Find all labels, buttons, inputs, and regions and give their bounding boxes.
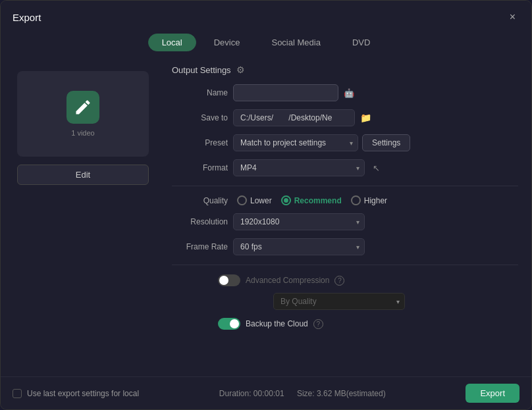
advanced-row: Advanced Compression ? — [172, 274, 518, 286]
settings-button[interactable]: Settings — [362, 134, 410, 151]
framerate-select[interactable]: 60 fps 30 fps 24 fps 25 fps — [233, 238, 365, 255]
close-button[interactable]: × — [506, 10, 519, 24]
quality-row: Quality Lower Recommend Higher — [172, 195, 518, 205]
framerate-label: Frame Rate — [172, 242, 228, 251]
preset-input-row: Match to project settings Settings — [233, 134, 410, 151]
last-settings-checkbox[interactable] — [13, 389, 22, 398]
export-button[interactable]: Export — [466, 384, 519, 403]
tab-local[interactable]: Local — [148, 34, 196, 51]
tab-device[interactable]: Device — [200, 34, 254, 51]
export-dialog: Export × Local Device Social Media DVD 1… — [0, 0, 532, 410]
preset-label: Preset — [172, 138, 228, 147]
resolution-label: Resolution — [172, 217, 228, 226]
quality-recommend-radio[interactable] — [281, 195, 291, 205]
folder-browse-button[interactable]: 📁 — [359, 111, 373, 124]
format-select-wrapper: MP4 MOV AVI MKV WMV — [233, 159, 365, 176]
duration-label: Duration: 00:00:01 — [219, 389, 284, 398]
byquality-row: By Quality By Bitrate — [172, 293, 518, 310]
divider-2 — [172, 265, 518, 265]
quality-recommend-option[interactable]: Recommend — [281, 195, 342, 205]
name-row: Name 🤖 — [172, 84, 518, 101]
preview-box: 1 video — [17, 71, 149, 157]
quality-lower-radio[interactable] — [237, 195, 247, 205]
ai-icon[interactable]: 🤖 — [344, 88, 354, 98]
left-panel: 1 video Edit — [1, 58, 165, 376]
quality-higher-option[interactable]: Higher — [351, 195, 387, 205]
quality-lower-label: Lower — [250, 196, 272, 205]
footer-checkbox-label: Use last export settings for local — [27, 389, 139, 398]
title-bar: Export × — [1, 1, 531, 31]
section-title: Output Settings ⚙ — [172, 64, 518, 75]
framerate-select-wrapper: 60 fps 30 fps 24 fps 25 fps — [233, 238, 365, 255]
advanced-help-icon[interactable]: ? — [334, 276, 344, 286]
name-input[interactable] — [233, 84, 338, 101]
cursor-indicator: ↖ — [373, 163, 380, 173]
byquality-select[interactable]: By Quality By Bitrate — [273, 293, 405, 310]
preview-icon — [66, 91, 99, 124]
quality-higher-label: Higher — [364, 196, 387, 205]
divider-1 — [172, 186, 518, 186]
backup-row: Backup the Cloud ? — [172, 318, 518, 330]
byquality-select-wrapper: By Quality By Bitrate — [273, 293, 405, 310]
format-select[interactable]: MP4 MOV AVI MKV WMV — [233, 159, 365, 176]
right-panel: Output Settings ⚙ Name 🤖 Save to 📁 — [165, 58, 531, 376]
saveto-input[interactable] — [233, 109, 355, 126]
name-input-row: 🤖 — [233, 84, 354, 101]
tab-social[interactable]: Social Media — [257, 34, 334, 51]
quality-lower-option[interactable]: Lower — [237, 195, 272, 205]
resolution-row: Resolution 1920x1080 1280x720 3840x2160 … — [172, 213, 518, 230]
quality-higher-radio[interactable] — [351, 195, 361, 205]
dialog-title: Export — [13, 12, 41, 23]
name-label: Name — [172, 88, 228, 97]
footer: Use last export settings for local Durat… — [1, 376, 531, 409]
advanced-label: Advanced Compression — [246, 276, 329, 285]
backup-toggle[interactable] — [218, 318, 240, 330]
preset-row: Preset Match to project settings Setting… — [172, 134, 518, 151]
section-title-text: Output Settings — [172, 65, 231, 75]
footer-info: Duration: 00:00:01 Size: 3.62 MB(estimat… — [219, 389, 386, 398]
preview-label: 1 video — [71, 129, 94, 137]
footer-left: Use last export settings for local — [13, 389, 139, 398]
tabs-bar: Local Device Social Media DVD — [1, 31, 531, 58]
saveto-label: Save to — [172, 113, 228, 122]
edit-button[interactable]: Edit — [17, 165, 149, 185]
quality-recommend-label: Recommend — [294, 196, 342, 205]
format-label: Format — [172, 163, 228, 172]
advanced-toggle[interactable] — [218, 274, 240, 286]
backup-label: Backup the Cloud — [246, 319, 308, 328]
quality-label: Quality — [172, 196, 228, 205]
backup-help-icon[interactable]: ? — [313, 319, 323, 329]
size-label: Size: 3.62 MB(estimated) — [297, 389, 386, 398]
resolution-select-wrapper: 1920x1080 1280x720 3840x2160 720x480 — [233, 213, 365, 230]
format-row: Format MP4 MOV AVI MKV WMV ↖ — [172, 159, 518, 176]
resolution-select[interactable]: 1920x1080 1280x720 3840x2160 720x480 — [233, 213, 365, 230]
framerate-row: Frame Rate 60 fps 30 fps 24 fps 25 fps — [172, 238, 518, 255]
tab-dvd[interactable]: DVD — [338, 34, 384, 51]
saveto-row: Save to 📁 — [172, 109, 518, 126]
preset-select[interactable]: Match to project settings — [233, 134, 358, 151]
preset-select-wrapper: Match to project settings — [233, 134, 358, 151]
edit-icon — [74, 98, 92, 116]
settings-info-icon: ⚙ — [236, 64, 245, 75]
saveto-input-row: 📁 — [233, 109, 373, 126]
main-content: 1 video Edit Output Settings ⚙ Name 🤖 Sa… — [1, 58, 531, 376]
